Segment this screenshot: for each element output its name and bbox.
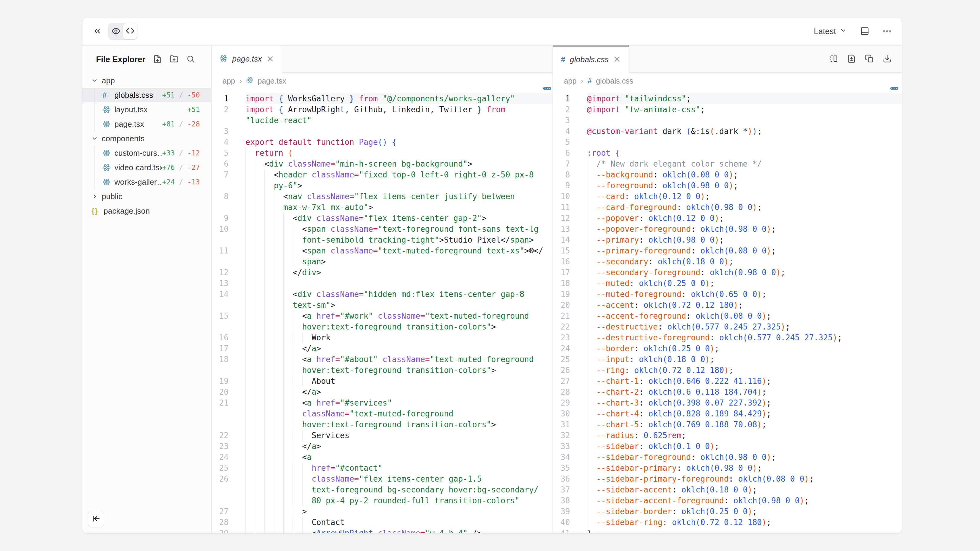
breadcrumb-folder[interactable]: app [223, 77, 235, 86]
code-line: 27 --chart-1: oklch(0.646 0.222 41.116); [553, 376, 902, 387]
code-editor-globals-css[interactable]: 1@import "tailwindcss";2@import "tw-anim… [553, 89, 902, 533]
code-line: 2@import "tw-animate-css"; [553, 104, 902, 115]
more-options-button[interactable] [883, 27, 891, 37]
file-item-works-galler-[interactable]: works-galler…+24 / -13 [83, 175, 212, 189]
chevrons-left-icon [93, 27, 102, 37]
code-line: 11 --card-foreground: oklch(0.98 0 0); [553, 202, 902, 213]
code-line: 9 <div className="flex items-center gap-… [212, 213, 552, 224]
code-line: 12 </div> [212, 267, 552, 278]
code-line: 6:root { [553, 148, 902, 159]
sidebar-title: File Explorer [96, 55, 146, 64]
breadcrumb-file: page.tsx [258, 77, 286, 86]
code-line: 10 --card: oklch(0.12 0 0); [553, 191, 902, 202]
code-line: 23 </a> [212, 441, 552, 452]
top-toolbar: Latest [83, 17, 902, 46]
new-file-button[interactable] [153, 55, 162, 64]
breadcrumb-folder[interactable]: app [564, 77, 577, 86]
code-preview-window: Latest File Explorer [82, 17, 902, 534]
code-line: 32 --radius: 0.625rem; [553, 430, 902, 441]
code-toggle-button[interactable] [123, 23, 137, 39]
file-name: video-card.tsx [115, 163, 162, 172]
copy-button[interactable] [865, 54, 874, 64]
code-line: 17 --secondary-foreground: oklch(0.98 0 … [553, 267, 902, 278]
code-line: 5 [553, 137, 902, 148]
file-name: public [102, 192, 200, 201]
diff-badge: +33 / -12 [162, 149, 200, 157]
code-line: 30 --chart-4: oklch(0.828 0.189 84.429); [553, 408, 902, 419]
code-line: 16 --secondary: oklch(0.18 0 0); [553, 256, 902, 267]
diff-badge: +51 / -50 [162, 91, 200, 99]
code-line: 7 <header className="fixed top-0 left-0 … [212, 169, 552, 180]
code-line: 23 --destructive-foreground: oklch(0.577… [553, 332, 902, 343]
new-folder-button[interactable] [170, 55, 178, 64]
code-editor-page-tsx[interactable]: 1import { WorksGallery } from "@/compone… [212, 89, 552, 533]
code-line: 1import { WorksGallery } from "@/compone… [212, 93, 552, 104]
scrollbar-thumb[interactable] [543, 87, 551, 90]
folder-item-app[interactable]: app [83, 73, 212, 88]
tab-label: globals.css [570, 55, 609, 64]
react-icon [220, 54, 228, 64]
file-item-globals.css[interactable]: #globals.css+51 / -50 [83, 88, 212, 102]
code-line: 11 <span className="text-muted-foregroun… [212, 245, 552, 256]
close-icon[interactable]: ✕ [266, 55, 274, 64]
code-line: 15 --primary-foreground: oklch(0.08 0 0)… [553, 245, 902, 256]
tab-globals-css[interactable]: # globals.css ✕ [553, 46, 629, 73]
version-label: Latest [814, 27, 836, 36]
diff-badge: +24 / -13 [162, 178, 200, 186]
split-view-button[interactable] [829, 54, 838, 64]
code-line: 4@custom-variant dark (&:is(.dark *)); [553, 126, 902, 137]
code-line: 19 --muted-foreground: oklch(0.65 0 0); [553, 289, 902, 300]
code-line: 25 href="#contact" [212, 462, 552, 473]
collapse-panel-button[interactable] [93, 27, 102, 37]
file-item-package.json[interactable]: {}package.json [83, 204, 212, 218]
code-line: 34 --sidebar-foreground: oklch(0.98 0 0)… [553, 452, 902, 462]
file-item-video-card.tsx[interactable]: video-card.tsx+76 / -27 [83, 160, 212, 175]
code-line: 80 px-4 py-2 rounded-full transition-col… [212, 495, 552, 506]
file-name: page.tsx [115, 119, 162, 129]
code-line: 18 --muted: oklch(0.25 0 0); [553, 278, 902, 289]
new-folder-icon [170, 55, 178, 64]
file-item-layout.tsx[interactable]: layout.tsx+51 [83, 102, 212, 117]
folder-item-components[interactable]: components [83, 131, 212, 146]
preview-toggle-button[interactable] [109, 23, 123, 40]
scrollbar-thumb[interactable] [890, 87, 899, 90]
code-line: 37 --sidebar-accent: oklch(0.18 0 0); [553, 484, 902, 495]
close-icon[interactable]: ✕ [613, 55, 621, 64]
file-diff-button[interactable] [847, 54, 856, 64]
css-hash-icon: # [587, 77, 592, 85]
search-files-button[interactable] [186, 55, 195, 64]
code-line: 21 <a href="#services" [212, 397, 552, 408]
code-line: 29 <ArrowUpRight className="w-4 h-4" /> [212, 528, 552, 533]
layout-panel-button[interactable] [860, 27, 869, 37]
tab-page-tsx[interactable]: page.tsx ✕ [212, 46, 282, 73]
code-line: 39 --sidebar-border: oklch(0.25 0 0); [553, 506, 902, 517]
file-name: layout.tsx [115, 105, 187, 114]
download-button[interactable] [883, 54, 891, 64]
code-line: py-6"> [212, 180, 552, 191]
code-line: 13 [212, 278, 552, 289]
code-line: 10 <span className="text-foreground font… [212, 224, 552, 235]
code-line: 3 [553, 115, 902, 126]
file-item-page.tsx[interactable]: page.tsx+81 / -28 [83, 117, 212, 131]
code-line: 29 --chart-3: oklch(0.398 0.07 227.392); [553, 397, 902, 408]
breadcrumb-file: globals.css [596, 77, 633, 86]
diff-badge: +51 [187, 106, 200, 113]
react-icon [102, 149, 115, 157]
code-line: 13 --popover-foreground: oklch(0.98 0 0)… [553, 224, 902, 235]
file-item-custom-curs-[interactable]: custom-curs…+33 / -12 [83, 146, 212, 160]
code-line: 16 Work [212, 332, 552, 343]
editor-page-tsx: page.tsx ✕ app › page.tsx 1import { Work… [212, 46, 552, 533]
react-icon [102, 178, 115, 186]
breadcrumb: app › page.tsx [212, 73, 552, 89]
chevron-right-icon: › [581, 76, 584, 86]
editor-globals-css: # globals.css ✕ [553, 46, 902, 533]
code-line: 38 --sidebar-accent-foreground: oklch(0.… [553, 495, 902, 506]
code-line: 36 --sidebar-primary-foreground: oklch(0… [553, 473, 902, 484]
version-selector[interactable]: Latest [814, 27, 847, 36]
code-line: 31 --chart-5: oklch(0.769 0.188 70.08); [553, 419, 902, 430]
code-line: 24 --border: oklch(0.25 0 0); [553, 343, 902, 354]
folder-item-public[interactable]: public [83, 189, 212, 204]
collapse-sidebar-button[interactable] [88, 511, 104, 527]
code-line: text-sm"> [212, 300, 552, 311]
view-toggle [108, 23, 137, 40]
